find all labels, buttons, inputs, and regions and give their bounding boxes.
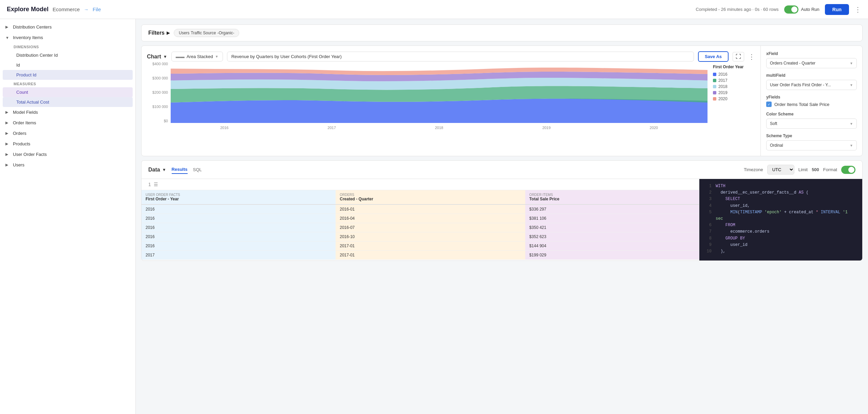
sql-line-num: 4 — [705, 203, 712, 209]
config-color-scheme-select[interactable]: Soft ▼ — [766, 119, 857, 129]
filters-bar: Filters ▶ Users Traffic Source -Organic- — [141, 24, 863, 41]
chevron-right-icon: ▶ — [5, 163, 10, 167]
chart-body: $400 000 $300 000 $200 000 $100 000 $0 — [147, 62, 755, 130]
sidebar-leaf-total-actual-cost[interactable]: Total Actual Cost — [3, 97, 133, 107]
measures-header: MEASURES — [0, 80, 135, 87]
file-link[interactable]: File — [93, 6, 101, 12]
sidebar-item-model-fields[interactable]: ▶ Model Fields — [0, 107, 135, 118]
expand-icon[interactable]: ⛶ — [733, 52, 744, 61]
sidebar-leaf-count[interactable]: Count — [3, 87, 133, 97]
chevron-down-icon: ▼ — [5, 36, 10, 40]
filter-chip[interactable]: Users Traffic Source -Organic- — [174, 29, 239, 37]
data-table: User Order Facts First Order - Year Orde… — [141, 190, 699, 260]
data-table-section: 1 ☰ User Order Facts First Order - Year — [141, 179, 699, 260]
cell-quarter: 2016-07 — [336, 223, 525, 232]
sql-line-num: 2 — [705, 190, 712, 196]
sidebar-leaf-distribution-center-id[interactable]: Distribution Center Id — [3, 50, 133, 60]
save-as-button[interactable]: Save As — [698, 51, 729, 62]
config-xfield-select[interactable]: Orders Created - Quarter ▼ — [766, 58, 857, 68]
content-area: Filters ▶ Users Traffic Source -Organic-… — [136, 19, 868, 414]
config-color-scheme-value: Soft — [770, 121, 777, 126]
legend-color-2019 — [713, 91, 716, 94]
format-label: Format — [823, 167, 837, 172]
sidebar-item-users[interactable]: ▶ Users — [0, 160, 135, 170]
sql-content: FROM — [716, 222, 735, 229]
data-toolbar: Data ▼ Results SQL Timezone UTC Limit 50… — [141, 161, 862, 179]
legend-item: 2020 — [713, 96, 750, 101]
col-group-user-order-facts: User Order Facts First Order - Year — [141, 190, 336, 204]
cell-year: 2017 — [141, 251, 336, 260]
chart-area: $400 000 $300 000 $200 000 $100 000 $0 — [147, 62, 707, 130]
sql-line: 3 SELECT — [705, 196, 857, 202]
cell-year: 2016 — [141, 223, 336, 232]
filter-value: -Organic- — [217, 31, 234, 35]
data-content: 1 ☰ User Order Facts First Order - Year — [141, 179, 862, 260]
sidebar-item-products[interactable]: ▶ Products — [0, 139, 135, 149]
sql-content: derived__ec_user_order_facts__d AS ( — [716, 190, 809, 196]
sidebar-item-user-order-facts[interactable]: ▶ User Order Facts — [0, 149, 135, 160]
sql-line-num: 6 — [705, 222, 712, 229]
legend-year: 2016 — [718, 72, 728, 77]
table-row: 2016 2017-01 $144 904 — [141, 241, 699, 251]
dimensions-header: DIMENSIONS — [0, 43, 135, 50]
legend-item: 2016 — [713, 72, 750, 77]
dropdown-arrow-icon: ▼ — [215, 55, 219, 58]
format-toggle[interactable] — [841, 166, 855, 174]
config-scheme-type-value: Ordinal — [770, 143, 783, 148]
filters-chevron-icon[interactable]: ▶ — [167, 31, 170, 35]
y-axis-label: $100 000 — [152, 105, 168, 109]
cell-quarter: 2017-01 — [336, 251, 525, 260]
sidebar-item-distribution-centers[interactable]: ▶ Distribution Centers — [0, 22, 135, 32]
x-axis-label: 2020 — [650, 126, 658, 130]
x-axis-label: 2019 — [542, 126, 550, 130]
app-title: Explore Model — [7, 6, 49, 13]
chart-description-input[interactable] — [227, 52, 694, 61]
sidebar-leaf-product-id[interactable]: Product Id — [3, 70, 133, 80]
row-numbers-icon[interactable]: 1 — [148, 182, 151, 187]
run-button[interactable]: Run — [825, 4, 849, 15]
config-multifield: multiField User Order Facts First Order … — [766, 73, 857, 90]
sql-content: SELECT — [716, 196, 740, 202]
filter-source: Users — [179, 31, 189, 35]
chevron-right-icon: ▶ — [5, 142, 10, 146]
tab-results[interactable]: Results — [172, 165, 188, 174]
arrow-icon: → — [84, 7, 89, 12]
config-multifield-select[interactable]: User Order Facts First Order - Y... ▼ — [766, 80, 857, 90]
data-text: Data — [148, 167, 160, 173]
sidebar-item-label: Users — [13, 162, 24, 167]
sql-line: 4 user_id, — [705, 203, 857, 209]
auto-run-label: Auto Run — [801, 7, 819, 12]
chart-more-button[interactable]: ⋮ — [748, 53, 755, 61]
config-scheme-type-select[interactable]: Ordinal ▼ — [766, 140, 857, 150]
data-chevron-icon[interactable]: ▼ — [162, 167, 166, 172]
dropdown-arrow-icon: ▼ — [850, 122, 853, 126]
legend-color-2020 — [713, 97, 716, 101]
chart-toolbar: Chart ▼ ▬▬ Area Stacked ▼ Save As ⛶ ⋮ — [147, 51, 755, 62]
legend-year: 2019 — [718, 90, 728, 95]
sidebar-item-order-items[interactable]: ▶ Order Items — [0, 118, 135, 128]
yfield-checkbox[interactable]: ✓ — [766, 102, 772, 107]
config-panel: xField Orders Created - Quarter ▼ multiF… — [760, 46, 862, 156]
col-group-orders: Orders Created - Quarter — [336, 190, 525, 204]
filter-field: Traffic Source — [191, 31, 216, 35]
config-xfield: xField Orders Created - Quarter ▼ — [766, 51, 857, 68]
table-row: 2016 2016-01 $336 297 — [141, 204, 699, 214]
more-options-button[interactable]: ⋮ — [854, 5, 861, 14]
filters-label: Filters ▶ — [148, 30, 170, 36]
sidebar-item-label: Products — [13, 141, 30, 146]
data-table-body: 2016 2016-01 $336 297 2016 2016-04 $381 … — [141, 204, 699, 260]
timezone-select[interactable]: UTC — [767, 165, 794, 175]
sql-content: ecommerce.orders — [716, 229, 769, 235]
chart-type-select[interactable]: ▬▬ Area Stacked ▼ — [171, 52, 223, 61]
y-axis-label: $300 000 — [152, 76, 168, 80]
legend-color-2017 — [713, 79, 716, 82]
chart-chevron-icon[interactable]: ▼ — [163, 54, 167, 59]
sidebar-item-orders[interactable]: ▶ Orders — [0, 128, 135, 139]
sidebar-item-label: Model Fields — [13, 110, 38, 115]
sidebar-item-inventory-items[interactable]: ▼ Inventory Items — [0, 32, 135, 43]
tab-sql[interactable]: SQL — [193, 166, 202, 174]
sidebar-leaf-id[interactable]: Id — [3, 60, 133, 70]
col-group-order-items: Order Items Total Sale Price — [525, 190, 699, 204]
auto-run-toggle[interactable] — [784, 5, 798, 14]
row-settings-icon[interactable]: ☰ — [154, 182, 158, 187]
